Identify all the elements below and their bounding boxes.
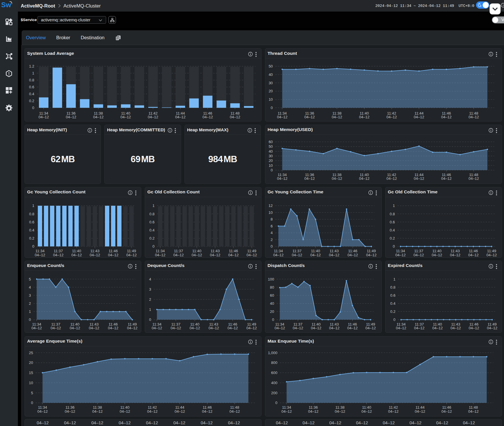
svg-text:1: 1	[29, 309, 31, 314]
svg-text:4: 4	[149, 277, 151, 281]
svg-text:1,000: 1,000	[268, 350, 277, 355]
svg-text:11:48: 11:48	[469, 405, 478, 410]
svg-text:10: 10	[269, 97, 273, 102]
svg-text:04–12: 04–12	[37, 409, 48, 414]
svg-text:04–12: 04–12	[332, 115, 342, 119]
svg-text:0.6: 0.6	[390, 220, 395, 224]
svg-text:04–12: 04–12	[450, 326, 461, 330]
svg-text:0: 0	[29, 317, 31, 322]
svg-text:50: 50	[269, 64, 273, 68]
svg-text:04–12: 04–12	[468, 409, 479, 414]
svg-text:5: 5	[29, 277, 31, 281]
svg-text:04–12: 04–12	[92, 409, 103, 414]
svg-text:04–12: 04–12	[227, 326, 238, 330]
svg-text:04–12: 04–12	[152, 326, 162, 330]
svg-text:0.6: 0.6	[149, 220, 155, 224]
svg-text:04–12: 04–12	[35, 253, 45, 257]
svg-text:04–12: 04–12	[89, 326, 99, 330]
svg-text:04–12: 04–12	[362, 409, 372, 414]
svg-text:11:36: 11:36	[65, 405, 75, 410]
svg-text:4: 4	[29, 285, 31, 289]
svg-text:04–12: 04–12	[228, 253, 239, 257]
svg-text:04–12: 04–12	[38, 115, 49, 119]
svg-text:04–12: 04–12	[347, 326, 358, 330]
svg-text:25: 25	[29, 350, 33, 355]
svg-text:04–12: 04–12	[171, 326, 181, 330]
svg-text:04–12: 04–12	[93, 115, 104, 119]
svg-text:10: 10	[29, 381, 33, 385]
svg-text:04–12: 04–12	[70, 326, 80, 330]
svg-text:04–12: 04–12	[396, 326, 406, 330]
svg-text:0.2: 0.2	[390, 236, 395, 240]
svg-text:04–12: 04–12	[486, 253, 497, 257]
svg-text:11:36: 11:36	[309, 405, 318, 410]
svg-text:0: 0	[32, 244, 34, 248]
svg-text:1: 1	[149, 307, 151, 311]
svg-text:11:42: 11:42	[389, 405, 398, 410]
svg-text:20: 20	[29, 360, 33, 365]
svg-text:04–12: 04–12	[441, 409, 452, 414]
svg-text:2: 2	[149, 297, 151, 301]
svg-text:1: 1	[393, 277, 395, 281]
svg-text:04–12: 04–12	[127, 326, 138, 330]
svg-text:11:40: 11:40	[362, 405, 371, 410]
svg-text:04–12: 04–12	[190, 326, 200, 330]
svg-text:04–12: 04–12	[386, 115, 397, 119]
svg-text:0.8: 0.8	[149, 212, 155, 216]
svg-text:11:44: 11:44	[415, 405, 425, 410]
svg-text:11:34: 11:34	[38, 405, 47, 410]
svg-text:0: 0	[272, 317, 274, 322]
svg-text:80: 80	[270, 285, 274, 289]
svg-text:0.4: 0.4	[390, 228, 395, 232]
svg-text:04–12: 04–12	[173, 253, 184, 257]
svg-text:04–12: 04–12	[247, 253, 257, 257]
svg-text:04–12: 04–12	[108, 326, 118, 330]
svg-text:0: 0	[32, 106, 34, 110]
svg-text:0.2: 0.2	[29, 99, 34, 103]
svg-text:0: 0	[271, 244, 273, 248]
svg-text:11:44: 11:44	[175, 405, 185, 410]
svg-text:04–12: 04–12	[366, 253, 377, 257]
svg-text:04–12: 04–12	[126, 253, 137, 257]
svg-text:2: 2	[271, 237, 273, 242]
svg-text:04–12: 04–12	[174, 409, 185, 414]
svg-text:04–12: 04–12	[230, 409, 240, 414]
svg-text:0.6: 0.6	[390, 293, 395, 297]
svg-text:04–12: 04–12	[277, 115, 287, 119]
svg-text:20: 20	[269, 158, 273, 163]
svg-text:3: 3	[29, 293, 31, 297]
svg-text:11:38: 11:38	[335, 405, 345, 410]
svg-text:04–12: 04–12	[487, 326, 497, 330]
svg-text:04–12: 04–12	[230, 115, 240, 119]
svg-text:0.4: 0.4	[29, 228, 34, 232]
svg-text:04–12: 04–12	[90, 253, 100, 257]
svg-text:0.6: 0.6	[29, 85, 34, 89]
svg-text:600: 600	[271, 371, 277, 375]
svg-text:04–12: 04–12	[281, 409, 292, 414]
svg-text:11:46: 11:46	[442, 405, 451, 410]
svg-text:04–12: 04–12	[386, 176, 397, 180]
svg-text:0.2: 0.2	[149, 236, 155, 240]
svg-text:04–12: 04–12	[273, 253, 283, 257]
svg-text:04–12: 04–12	[108, 253, 119, 257]
svg-text:0.4: 0.4	[29, 92, 34, 96]
svg-text:0.8: 0.8	[390, 212, 395, 216]
svg-text:11:34: 11:34	[282, 405, 291, 410]
svg-text:04–12: 04–12	[210, 253, 220, 257]
svg-text:04–12: 04–12	[147, 409, 157, 414]
svg-text:800: 800	[271, 360, 277, 365]
svg-text:04–12: 04–12	[359, 115, 369, 119]
svg-text:04–12: 04–12	[332, 176, 342, 180]
svg-text:6: 6	[271, 224, 273, 228]
svg-text:1: 1	[153, 203, 155, 208]
svg-text:40: 40	[269, 72, 273, 77]
svg-text:04–12: 04–12	[359, 176, 369, 180]
svg-text:04–12: 04–12	[66, 115, 76, 119]
svg-text:400: 400	[271, 381, 277, 385]
svg-text:04–12: 04–12	[469, 115, 479, 119]
svg-text:04–12: 04–12	[468, 253, 479, 257]
svg-text:10: 10	[268, 210, 272, 214]
svg-text:04–12: 04–12	[388, 409, 398, 414]
svg-text:30: 30	[269, 154, 273, 158]
svg-text:40: 40	[269, 149, 273, 153]
